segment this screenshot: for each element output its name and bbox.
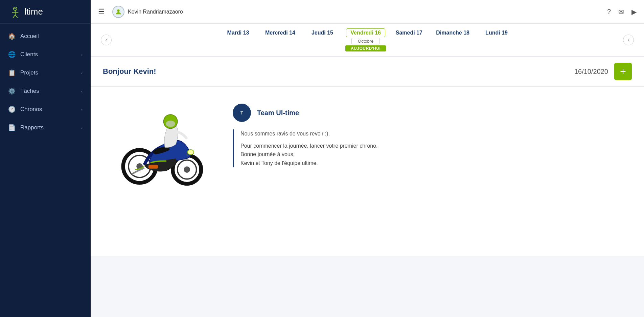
bike-illustration: [111, 100, 212, 188]
mail-icon[interactable]: ✉: [618, 8, 624, 16]
svg-point-16: [188, 150, 194, 155]
greeting-right: 16/10/2020 +: [574, 63, 632, 80]
day-label-mardi13: Mardi 13: [223, 28, 253, 37]
projets-chevron-icon: ‹: [81, 70, 83, 76]
svg-rect-15: [148, 165, 158, 169]
chronos-label: Chronos: [20, 106, 42, 113]
logo-icon: [8, 5, 22, 19]
day-label-mercredi14: Mercredi 14: [261, 28, 299, 37]
sidebar-item-taches[interactable]: ⚙️ Tâches ‹: [0, 82, 91, 100]
hamburger-button[interactable]: ☰: [98, 7, 105, 16]
help-icon[interactable]: ?: [607, 8, 611, 16]
sidebar-item-accueil[interactable]: 🏠 Accueil: [0, 27, 91, 45]
projets-label: Projets: [20, 69, 38, 76]
play-icon[interactable]: ▶: [631, 8, 637, 16]
clients-chevron-icon: ‹: [81, 52, 83, 57]
day-nav: ‹ Mardi 13Mercredi 14Jeudi 15Vendredi 16…: [91, 24, 644, 57]
svg-line-17: [187, 155, 188, 155]
welcome-message: T Team Ul-time Nous sommes ravis de vous…: [233, 100, 624, 167]
message-line-1: Nous sommes ravis de vous revoir :).: [240, 129, 624, 138]
svg-point-13: [166, 121, 175, 127]
team-name: Team Ul-time: [254, 109, 302, 117]
day-label-dimanche18: Dimanche 18: [432, 28, 474, 37]
main-content: ☰ Kevin Randriamazaoro ? ✉ ▶ ‹ Mardi 13M…: [91, 0, 644, 317]
avatar-icon: [115, 8, 122, 16]
rapports-label: Rapports: [20, 124, 44, 131]
rapports-icon: 📄: [8, 124, 16, 131]
nav-left-clients: 🌐 Clients: [8, 51, 38, 58]
taches-chevron-icon: ‹: [81, 89, 83, 94]
greeting-text: Bonjour Kevin!: [103, 67, 156, 76]
message-block: Nous sommes ravis de vous revoir :). Pou…: [233, 129, 624, 167]
taches-label: Tâches: [20, 88, 39, 94]
chronos-chevron-icon: ‹: [81, 107, 83, 112]
greeting-bar: Bonjour Kevin! 16/10/2020 +: [91, 57, 644, 87]
nav-left-rapports: 📄 Rapports: [8, 124, 44, 131]
day-label-lundi19: Lundi 19: [481, 28, 512, 37]
logo-text: ltime: [24, 6, 43, 17]
chronos-icon: 🕐: [8, 106, 16, 113]
date-display: 16/10/2020: [574, 68, 608, 76]
rapports-chevron-icon: ‹: [81, 125, 83, 130]
content-area: T Team Ul-time Nous sommes ravis de vous…: [91, 87, 644, 256]
logo-text-value: ltime: [24, 6, 43, 17]
taches-icon: ⚙️: [8, 87, 16, 95]
day-item-vendredi16[interactable]: Vendredi 16OctobreAUJOURD'HUI: [343, 27, 389, 53]
sidebar: ltime 🏠 Accueil 🌐 Clients ‹ 📋 Projets ‹ …: [0, 0, 91, 317]
accueil-icon: 🏠: [8, 33, 16, 40]
nav-left-chronos: 🕐 Chronos: [8, 106, 42, 113]
day-item-samedi17[interactable]: Samedi 17: [389, 27, 429, 39]
clients-label: Clients: [20, 51, 38, 58]
user-info: Kevin Randriamazaoro: [112, 6, 183, 18]
topbar-right: ? ✉ ▶: [607, 8, 637, 16]
today-badge: AUJOURD'HUI: [345, 45, 386, 51]
sidebar-item-rapports[interactable]: 📄 Rapports ‹: [0, 119, 91, 137]
motorcycle-svg: [114, 100, 209, 188]
day-item-mercredi14[interactable]: Mercredi 14: [258, 27, 302, 39]
next-day-button[interactable]: ›: [623, 35, 634, 45]
svg-line-4: [15, 15, 18, 18]
month-label-vendredi16: Octobre: [351, 38, 380, 44]
nav-left-projets: 📋 Projets: [8, 69, 38, 77]
svg-point-5: [117, 9, 119, 12]
main-area: Bonjour Kevin! 16/10/2020 +: [91, 57, 644, 317]
svg-point-11: [184, 166, 190, 173]
accueil-label: Accueil: [20, 33, 39, 40]
message-line-2: Pour commencer la journée, lancer votre …: [240, 142, 624, 168]
nav-left-taches: ⚙️ Tâches: [8, 87, 39, 95]
add-button[interactable]: +: [614, 63, 632, 80]
user-name: Kevin Randriamazaoro: [128, 9, 183, 15]
sidebar-item-chronos[interactable]: 🕐 Chronos ‹: [0, 100, 91, 119]
day-label-samedi17: Samedi 17: [392, 28, 427, 37]
logo-area: ltime: [0, 0, 91, 24]
day-item-jeudi15[interactable]: Jeudi 15: [302, 27, 343, 39]
clients-icon: 🌐: [8, 51, 16, 58]
day-item-mardi13[interactable]: Mardi 13: [218, 27, 258, 39]
nav-left-accueil: 🏠 Accueil: [8, 33, 39, 40]
sidebar-item-projets[interactable]: 📋 Projets ‹: [0, 64, 91, 82]
team-avatar: T: [233, 104, 251, 122]
avatar: [112, 6, 124, 18]
team-header: T Team Ul-time: [233, 104, 624, 122]
projets-icon: 📋: [8, 69, 16, 77]
topbar: ☰ Kevin Randriamazaoro ? ✉ ▶: [91, 0, 644, 24]
day-list: Mardi 13Mercredi 14Jeudi 15Vendredi 16Oc…: [112, 27, 623, 53]
sidebar-item-clients[interactable]: 🌐 Clients ‹: [0, 45, 91, 64]
sidebar-nav: 🏠 Accueil 🌐 Clients ‹ 📋 Projets ‹ ⚙️ Tâc…: [0, 24, 91, 317]
day-label-vendredi16: Vendredi 16: [346, 28, 385, 37]
day-item-dimanche18[interactable]: Dimanche 18: [429, 27, 476, 39]
day-label-jeudi15: Jeudi 15: [307, 28, 337, 37]
prev-day-button[interactable]: ‹: [101, 35, 112, 45]
day-item-lundi19[interactable]: Lundi 19: [476, 27, 517, 39]
svg-line-3: [13, 15, 15, 18]
